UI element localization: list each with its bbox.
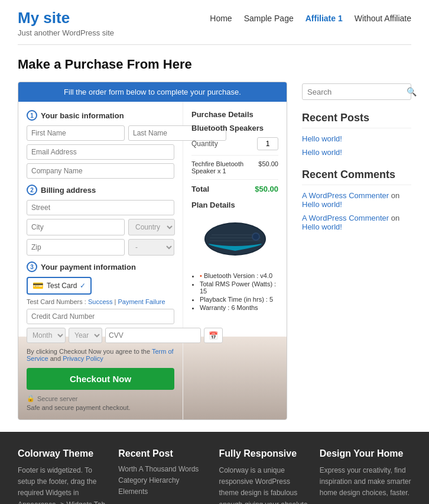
specs-list: • Bluetooth Version : v4.0 Total RMS Pow… [191, 272, 278, 311]
product-price: $50.00 [258, 160, 278, 175]
privacy-link[interactable]: Privacy Policy [63, 355, 103, 362]
cc-input[interactable] [27, 309, 174, 324]
section3-label: Your payment information [41, 263, 136, 272]
test-card-info: Test Card Numbers : Success | Payment Fa… [27, 298, 174, 305]
step2-circle: 2 [27, 185, 37, 195]
nav-without-affiliate[interactable]: Without Affiliate [355, 14, 411, 23]
spec-item: Playback Time (in hrs) : 5 [200, 296, 278, 303]
nav-home[interactable]: Home [210, 14, 232, 23]
footer-link-2[interactable]: Category Hierarchy [118, 476, 210, 484]
site-branding: My site Just another WordPress site [18, 9, 114, 37]
recent-posts-section: Recent Posts Hello world! Hello world! [302, 112, 411, 157]
footer-col3-text: Colorway is a unique responsive WordPres… [219, 465, 311, 504]
card-type-btn[interactable]: 💳 Test Card ✓ [27, 277, 92, 295]
commenter-1[interactable]: A WordPress Commenter [302, 191, 389, 200]
plan-title: Plan Details [191, 201, 278, 209]
search-icon: 🔍 [407, 87, 417, 96]
footer-col1-title: Colorway Theme [18, 448, 109, 459]
email-input[interactable] [27, 144, 174, 160]
footer-col-3: Fully Responsive Colorway is a unique re… [219, 448, 311, 504]
terms-row: By clicking Checkout Now you agree to th… [27, 348, 174, 362]
page-title: Make a Purchase From Here [18, 57, 287, 72]
main-nav: Home Sample Page Affiliate 1 Without Aff… [210, 9, 411, 23]
month-select[interactable]: Month [27, 328, 66, 343]
spec-item: Total RMS Power (Watts) : 15 [200, 280, 278, 295]
section2-header: 2 Billing address [27, 185, 174, 195]
quantity-label: Quantity [191, 140, 218, 148]
footer-col3-title: Fully Responsive [219, 448, 311, 459]
sidebar: 🔍 Recent Posts Hello world! Hello world!… [302, 57, 411, 420]
footer-col1-text: Footer is widgetized. To setup the foote… [18, 465, 109, 504]
nav-sample-page[interactable]: Sample Page [244, 14, 294, 23]
check-icon: ✓ [80, 282, 86, 290]
total-amount: $50.00 [255, 185, 278, 193]
footer-link-1[interactable]: Worth A Thousand Words [118, 465, 210, 473]
main-content: Make a Purchase From Here Fill the order… [18, 57, 287, 420]
checkout-button[interactable]: Checkout Now [27, 368, 174, 390]
street-input[interactable] [27, 200, 174, 215]
quantity-input[interactable] [257, 137, 278, 150]
zip-input[interactable] [27, 239, 125, 256]
purchase-title: Purchase Details [191, 110, 278, 119]
section3-header: 3 Your payment information [27, 261, 174, 272]
recent-posts-heading: Recent Posts [302, 112, 411, 128]
safe-text: Safe and secure payment checkout. [27, 404, 174, 411]
footer-col2-title: Recent Post [118, 448, 210, 459]
product-image [191, 214, 278, 266]
spec-item: • Bluetooth Version : v4.0 [200, 272, 278, 279]
comment-2: A WordPress Commenter on Hello world! [302, 214, 411, 231]
recent-comments-heading: Recent Comments [302, 169, 411, 185]
footer-col-2: Recent Post Worth A Thousand Words Categ… [118, 448, 210, 504]
footer-col-1: Colorway Theme Footer is widgetized. To … [18, 448, 109, 504]
lock-icon: 🔒 [27, 395, 35, 402]
nav-affiliate1[interactable]: Affiliate 1 [306, 14, 343, 23]
speaker-svg [197, 214, 274, 264]
dash-select[interactable]: - [128, 239, 174, 256]
footer-main: Colorway Theme Footer is widgetized. To … [0, 432, 429, 504]
order-box: Fill the order form below to complete yo… [18, 82, 287, 420]
footer-col4-text: Express your creativity, find inspiratio… [320, 465, 411, 499]
purchase-details: Purchase Details Bluetooth Speakers Quan… [183, 102, 287, 419]
first-name-input[interactable] [27, 125, 125, 141]
step1-circle: 1 [27, 110, 37, 121]
secure-text: Secure server [37, 395, 77, 402]
site-title[interactable]: My site [18, 9, 70, 27]
search-box: 🔍 [302, 83, 411, 100]
section1-label: Your basic information [41, 111, 124, 120]
site-tagline: Just another WordPress site [18, 28, 114, 37]
card-icon: 💳 [32, 280, 44, 291]
footer-col-4: Design Your Home Express your creativity… [320, 448, 411, 504]
order-header: Fill the order form below to complete yo… [18, 82, 287, 102]
city-input[interactable] [27, 219, 125, 235]
country-select[interactable]: Country [128, 219, 175, 235]
svg-point-6 [253, 234, 259, 240]
post-link-1[interactable]: Hello world! [302, 134, 411, 143]
post-link-2[interactable]: Hello world! [302, 148, 411, 157]
recent-comments-section: Recent Comments A WordPress Commenter on… [302, 169, 411, 231]
step3-circle: 3 [27, 261, 37, 272]
form-left: 1 Your basic information [18, 102, 183, 419]
card-btn-label: Test Card [47, 282, 77, 290]
comment-1: A WordPress Commenter on Hello world! [302, 191, 411, 209]
section2-label: Billing address [41, 186, 96, 195]
total-label: Total [191, 185, 209, 193]
year-select[interactable]: Year [69, 328, 102, 343]
footer-link-3[interactable]: Elements [118, 487, 210, 496]
failure-link[interactable]: Payment Failure [118, 298, 165, 305]
comment-post-2[interactable]: Hello world! [302, 222, 342, 231]
product-name: Bluetooth Speakers [191, 124, 278, 133]
success-link[interactable]: Success [88, 298, 113, 305]
company-input[interactable] [27, 163, 174, 179]
search-input[interactable] [307, 88, 407, 96]
comment-post-1[interactable]: Hello world! [302, 200, 342, 209]
commenter-2[interactable]: A WordPress Commenter [302, 214, 389, 222]
footer-col4-title: Design Your Home [320, 448, 411, 459]
product-line: Techfire Bluetooth Speaker x 1 [191, 160, 256, 175]
header: My site Just another WordPress site Home… [0, 0, 429, 51]
section1-header: 1 Your basic information [27, 110, 174, 121]
spec-item: Warranty : 6 Months [200, 304, 278, 311]
